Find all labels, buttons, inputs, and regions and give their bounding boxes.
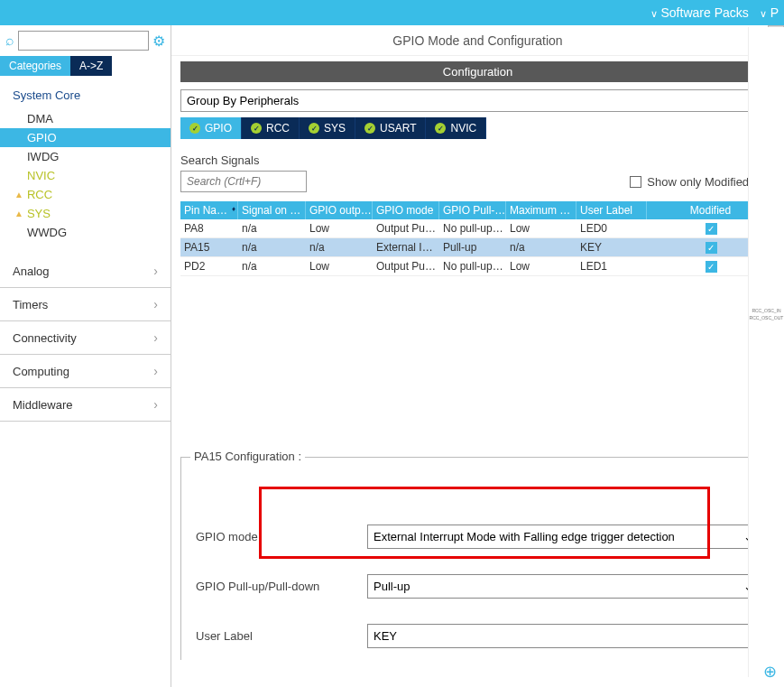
section-computing[interactable]: Computing› <box>0 355 171 388</box>
check-icon: ✓ <box>309 123 319 134</box>
osc-label: RCC_OSC_INRCC_OSC_OUT <box>749 307 784 321</box>
search-signals-label: Search Signals <box>180 153 775 167</box>
menu-pinout-truncated[interactable]: ∨ P <box>760 5 779 20</box>
ptab-sys[interactable]: ✓SYS <box>300 117 355 139</box>
left-tabs: Categories A->Z <box>0 56 171 76</box>
gpio-pull-label: GPIO Pull-up/Pull-down <box>196 580 367 593</box>
table-cell: n/a <box>238 238 306 256</box>
section-analog[interactable]: Analog› <box>0 255 171 288</box>
left-panel: ⌕ ⚙ Categories A->Z System Core DMA GPIO… <box>0 25 171 687</box>
table-header: Pin Na…♦ Signal on … GPIO outp… GPIO mod… <box>180 201 775 219</box>
col-mode[interactable]: GPIO mode <box>373 201 439 219</box>
sort-asc-icon: ♦ <box>232 205 235 213</box>
menu-software-packs[interactable]: ∨ Software Packs <box>650 5 749 20</box>
table-cell: No pull-up… <box>439 219 506 237</box>
chevron-right-icon: › <box>153 397 158 412</box>
gpio-pull-select[interactable]: Pull-up⌄ <box>367 574 760 599</box>
sidebar-item-rcc[interactable]: ▲RCC <box>0 185 171 204</box>
table-cell: LED1 <box>576 257 647 275</box>
checked-icon: ✓ <box>706 242 717 254</box>
table-cell: External I… <box>373 238 439 256</box>
table-cell: Pull-up <box>439 238 506 256</box>
right-panel: GPIO Mode and Configuration ◄ ► Configur… <box>171 25 784 687</box>
chevron-right-icon: › <box>153 297 158 311</box>
col-output[interactable]: GPIO outp… <box>306 201 373 219</box>
check-icon: ✓ <box>435 123 446 134</box>
table-cell: KEY <box>576 238 647 256</box>
check-icon: ✓ <box>189 123 200 134</box>
sidebar-item-sys[interactable]: ▲SYS <box>0 204 171 223</box>
section-system-core[interactable]: System Core <box>0 76 171 109</box>
warning-icon: ▲ <box>14 190 23 200</box>
sidebar-item-wwdg[interactable]: WWDG <box>0 223 171 242</box>
group-by-select[interactable]: Group By Peripherals⌄ <box>180 89 775 112</box>
check-icon: ✓ <box>364 123 375 134</box>
table-cell: Output Pu… <box>373 257 439 275</box>
checked-icon: ✓ <box>706 261 717 273</box>
table-cell: Low <box>306 257 373 275</box>
table-cell: PD2 <box>180 257 238 275</box>
chevron-right-icon: › <box>153 264 158 278</box>
col-signal[interactable]: Signal on … <box>238 201 306 219</box>
ptab-nvic[interactable]: ✓NVIC <box>426 117 486 139</box>
table-cell: n/a <box>238 219 306 237</box>
gpio-mode-select[interactable]: External Interrupt Mode with Falling edg… <box>367 525 760 549</box>
table-cell: Low <box>506 257 576 275</box>
table-cell: n/a <box>238 257 306 275</box>
table-cell: n/a <box>506 238 576 256</box>
zoom-in-icon[interactable]: ⊕ <box>763 662 777 682</box>
checkbox-icon <box>630 176 641 188</box>
table-row[interactable]: PD2n/aLowOutput Pu…No pull-up…LowLED1✓ <box>180 257 775 276</box>
chevron-right-icon: › <box>153 330 158 345</box>
sidebar-item-dma[interactable]: DMA <box>0 109 171 128</box>
table-cell: PA15 <box>180 238 238 256</box>
table-cell: Low <box>306 219 373 237</box>
pinout-gutter: RCC_OSC_INRCC_OSC_OUT <box>748 27 784 677</box>
peripheral-search-input[interactable] <box>18 31 149 51</box>
table-row[interactable]: PA15n/an/aExternal I…Pull-upn/aKEY✓ <box>180 238 775 257</box>
peripheral-tabs: ✓GPIO ✓RCC ✓SYS ✓USART ✓NVIC <box>180 117 775 139</box>
ptab-usart[interactable]: ✓USART <box>355 117 426 139</box>
gear-icon[interactable]: ⚙ <box>152 32 165 50</box>
user-label-input[interactable] <box>367 624 760 648</box>
pin-configuration-panel: PA15 Configuration : GPIO mode External … <box>180 457 775 660</box>
col-label[interactable]: User Label <box>576 201 647 219</box>
warning-icon: ▲ <box>14 209 23 218</box>
table-cell: LED0 <box>576 219 647 237</box>
chevron-right-icon: › <box>153 364 158 378</box>
user-label-label: User Label <box>196 629 367 643</box>
check-icon: ✓ <box>251 123 262 134</box>
gpio-mode-label: GPIO mode <box>196 530 367 543</box>
section-middleware[interactable]: Middleware› <box>0 388 171 422</box>
col-max[interactable]: Maximum … <box>506 201 576 219</box>
table-cell: PA8 <box>180 219 238 237</box>
pin-config-legend: PA15 Configuration : <box>190 450 305 463</box>
ptab-rcc[interactable]: ✓RCC <box>242 117 300 139</box>
top-menu-bar: ∨ Software Packs ∨ P <box>0 0 784 25</box>
table-row[interactable]: PA8n/aLowOutput Pu…No pull-up…LowLED0✓ <box>180 219 775 238</box>
pins-table: Pin Na…♦ Signal on … GPIO outp… GPIO mod… <box>180 201 775 276</box>
table-cell: No pull-up… <box>439 257 506 275</box>
search-icon[interactable]: ⌕ <box>5 32 14 49</box>
sidebar-item-gpio[interactable]: GPIO <box>0 128 171 147</box>
section-connectivity[interactable]: Connectivity› <box>0 321 171 355</box>
section-timers[interactable]: Timers› <box>0 288 171 321</box>
tab-az[interactable]: A->Z <box>70 56 112 76</box>
search-signals-input[interactable] <box>180 171 307 192</box>
col-pull[interactable]: GPIO Pull-… <box>439 201 506 219</box>
ptab-gpio[interactable]: ✓GPIO <box>180 117 242 139</box>
sidebar-item-iwdg[interactable]: IWDG <box>0 147 171 166</box>
tab-categories[interactable]: Categories <box>0 56 70 76</box>
checked-icon: ✓ <box>706 223 717 235</box>
configuration-banner: Configuration <box>180 61 775 82</box>
table-cell: Low <box>506 219 576 237</box>
table-cell: Output Pu… <box>373 219 439 237</box>
panel-title: GPIO Mode and Configuration ◄ ► <box>171 25 784 56</box>
table-cell: n/a <box>306 238 373 256</box>
sidebar-item-nvic[interactable]: NVIC <box>0 166 171 185</box>
col-pin-name[interactable]: Pin Na…♦ <box>180 201 238 219</box>
